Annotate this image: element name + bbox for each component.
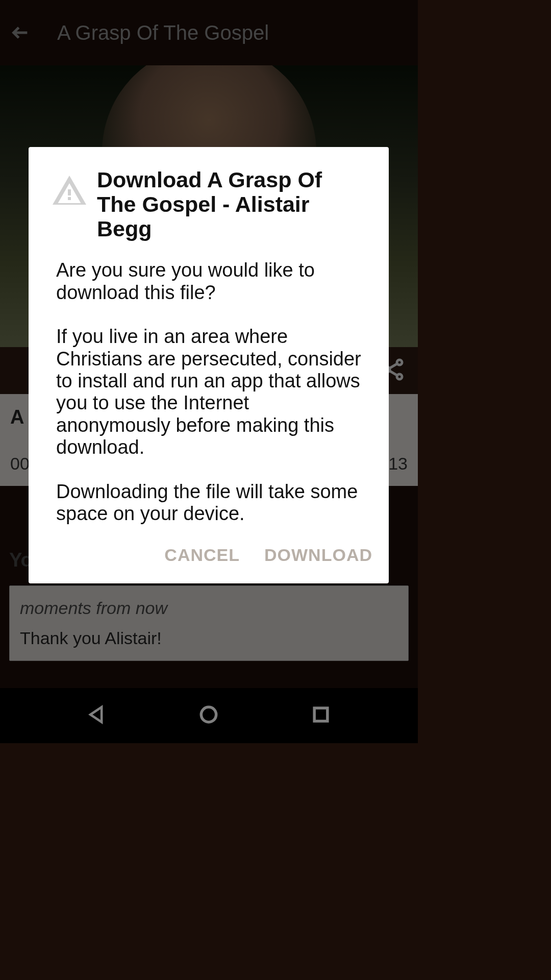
dialog-title: Download A Grasp Of The Gospel - Alistai… [97,167,366,241]
dialog-body: Are you sure you would like to download … [29,253,389,539]
download-button[interactable]: DOWNLOAD [264,545,372,565]
download-dialog: Download A Grasp Of The Gospel - Alistai… [29,147,389,583]
dialog-header: Download A Grasp Of The Gospel - Alistai… [29,167,389,253]
dialog-actions: CANCEL DOWNLOAD [29,539,389,583]
warning-icon [51,173,88,209]
cancel-button[interactable]: CANCEL [164,545,240,565]
